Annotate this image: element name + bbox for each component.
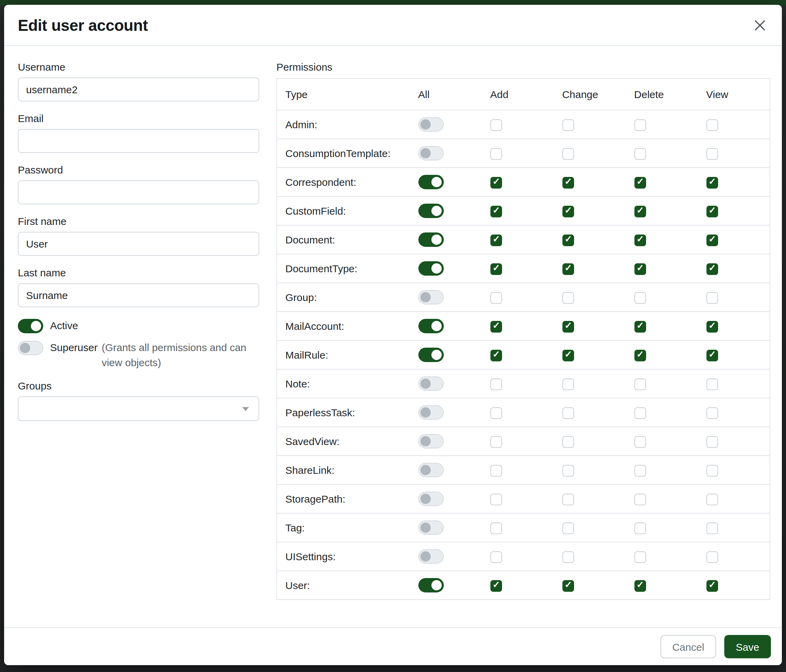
permission-change-checkbox[interactable] bbox=[562, 234, 574, 246]
permission-change-checkbox[interactable] bbox=[562, 177, 574, 188]
permission-change-checkbox[interactable] bbox=[562, 494, 574, 506]
permission-type-label: PaperlessTask: bbox=[277, 398, 410, 427]
permission-view-checkbox[interactable] bbox=[706, 148, 718, 160]
permission-change-checkbox[interactable] bbox=[562, 292, 574, 304]
permission-view-checkbox[interactable] bbox=[706, 378, 718, 390]
permission-all-toggle[interactable] bbox=[418, 491, 443, 506]
permission-change-checkbox[interactable] bbox=[562, 119, 574, 131]
permission-view-checkbox[interactable] bbox=[706, 523, 718, 534]
permission-all-toggle[interactable] bbox=[418, 290, 443, 305]
permission-add-checkbox[interactable] bbox=[490, 407, 502, 419]
permission-view-checkbox[interactable] bbox=[706, 292, 718, 304]
permission-delete-checkbox[interactable] bbox=[634, 321, 646, 333]
active-toggle[interactable] bbox=[18, 319, 43, 333]
superuser-toggle[interactable] bbox=[18, 341, 43, 355]
permission-add-checkbox[interactable] bbox=[490, 292, 502, 304]
permission-change-checkbox[interactable] bbox=[562, 321, 574, 333]
permission-change-checkbox[interactable] bbox=[562, 523, 574, 534]
permission-delete-checkbox[interactable] bbox=[634, 580, 646, 592]
permission-add-checkbox[interactable] bbox=[490, 436, 502, 448]
permission-delete-checkbox[interactable] bbox=[634, 350, 646, 361]
permission-view-checkbox[interactable] bbox=[706, 580, 718, 592]
permission-all-toggle[interactable] bbox=[418, 578, 443, 592]
username-input[interactable] bbox=[18, 77, 259, 102]
permission-delete-checkbox[interactable] bbox=[634, 551, 646, 563]
groups-select[interactable] bbox=[18, 396, 259, 421]
permission-add-checkbox[interactable] bbox=[490, 551, 502, 563]
permission-delete-checkbox[interactable] bbox=[634, 148, 646, 160]
permission-delete-checkbox[interactable] bbox=[634, 465, 646, 477]
permission-change-checkbox[interactable] bbox=[562, 436, 574, 448]
password-input[interactable] bbox=[18, 181, 259, 204]
permission-change-checkbox[interactable] bbox=[562, 206, 574, 217]
permission-add-checkbox[interactable] bbox=[490, 234, 502, 246]
permission-view-checkbox[interactable] bbox=[706, 551, 718, 563]
permission-view-checkbox[interactable] bbox=[706, 234, 718, 246]
permission-delete-checkbox[interactable] bbox=[634, 206, 646, 217]
permission-change-checkbox[interactable] bbox=[562, 407, 574, 419]
permission-all-toggle[interactable] bbox=[418, 117, 443, 132]
permission-all-toggle[interactable] bbox=[418, 146, 443, 160]
permission-change-checkbox[interactable] bbox=[562, 580, 574, 592]
permission-all-toggle[interactable] bbox=[418, 434, 443, 449]
email-input[interactable] bbox=[18, 129, 259, 153]
permission-change-checkbox[interactable] bbox=[562, 378, 574, 390]
permission-change-checkbox[interactable] bbox=[562, 350, 574, 361]
permission-all-toggle[interactable] bbox=[418, 405, 443, 420]
permission-row: User: bbox=[277, 571, 770, 600]
permission-add-checkbox[interactable] bbox=[490, 119, 502, 131]
permission-view-checkbox[interactable] bbox=[706, 436, 718, 448]
permission-delete-checkbox[interactable] bbox=[634, 292, 646, 304]
save-button[interactable]: Save bbox=[724, 635, 771, 658]
permission-delete-checkbox[interactable] bbox=[634, 177, 646, 188]
permission-add-checkbox[interactable] bbox=[490, 148, 502, 160]
permission-view-checkbox[interactable] bbox=[706, 119, 718, 131]
modal-footer: Cancel Save bbox=[4, 627, 782, 665]
permission-delete-checkbox[interactable] bbox=[634, 234, 646, 246]
permission-all-toggle[interactable] bbox=[418, 520, 443, 535]
last-name-input[interactable] bbox=[18, 283, 259, 307]
permission-delete-checkbox[interactable] bbox=[634, 119, 646, 131]
permission-add-checkbox[interactable] bbox=[490, 206, 502, 217]
permission-add-checkbox[interactable] bbox=[490, 465, 502, 477]
permission-change-checkbox[interactable] bbox=[562, 551, 574, 563]
permission-all-toggle[interactable] bbox=[418, 175, 443, 189]
permission-view-checkbox[interactable] bbox=[706, 263, 718, 275]
permission-view-checkbox[interactable] bbox=[706, 494, 718, 506]
permission-change-checkbox[interactable] bbox=[562, 465, 574, 477]
permission-add-checkbox[interactable] bbox=[490, 523, 502, 534]
permission-change-checkbox[interactable] bbox=[562, 148, 574, 160]
permission-all-toggle[interactable] bbox=[418, 319, 443, 333]
cancel-button[interactable]: Cancel bbox=[660, 635, 716, 658]
permission-delete-checkbox[interactable] bbox=[634, 523, 646, 534]
permission-all-toggle[interactable] bbox=[418, 204, 443, 218]
permission-all-toggle[interactable] bbox=[418, 232, 443, 247]
close-button[interactable] bbox=[750, 16, 770, 35]
permission-view-checkbox[interactable] bbox=[706, 321, 718, 333]
permission-delete-checkbox[interactable] bbox=[634, 436, 646, 448]
permission-add-checkbox[interactable] bbox=[490, 350, 502, 361]
permission-add-checkbox[interactable] bbox=[490, 263, 502, 275]
permission-all-toggle[interactable] bbox=[418, 549, 443, 564]
permission-all-toggle[interactable] bbox=[418, 463, 443, 477]
first-name-input[interactable] bbox=[18, 232, 259, 256]
permissions-header-row: Type All Add Change Delete View bbox=[277, 79, 770, 110]
permission-delete-checkbox[interactable] bbox=[634, 378, 646, 390]
permission-add-checkbox[interactable] bbox=[490, 177, 502, 188]
permission-change-checkbox[interactable] bbox=[562, 263, 574, 275]
permission-delete-checkbox[interactable] bbox=[634, 494, 646, 506]
permission-view-checkbox[interactable] bbox=[706, 465, 718, 477]
permission-all-toggle[interactable] bbox=[418, 348, 443, 362]
permission-add-checkbox[interactable] bbox=[490, 321, 502, 333]
permission-view-checkbox[interactable] bbox=[706, 407, 718, 419]
permission-delete-checkbox[interactable] bbox=[634, 407, 646, 419]
permission-view-checkbox[interactable] bbox=[706, 350, 718, 361]
permission-delete-checkbox[interactable] bbox=[634, 263, 646, 275]
permission-all-toggle[interactable] bbox=[418, 377, 443, 391]
permission-add-checkbox[interactable] bbox=[490, 580, 502, 592]
permission-add-checkbox[interactable] bbox=[490, 494, 502, 506]
permission-add-checkbox[interactable] bbox=[490, 378, 502, 390]
permission-view-checkbox[interactable] bbox=[706, 206, 718, 217]
permission-all-toggle[interactable] bbox=[418, 261, 443, 276]
permission-view-checkbox[interactable] bbox=[706, 177, 718, 188]
